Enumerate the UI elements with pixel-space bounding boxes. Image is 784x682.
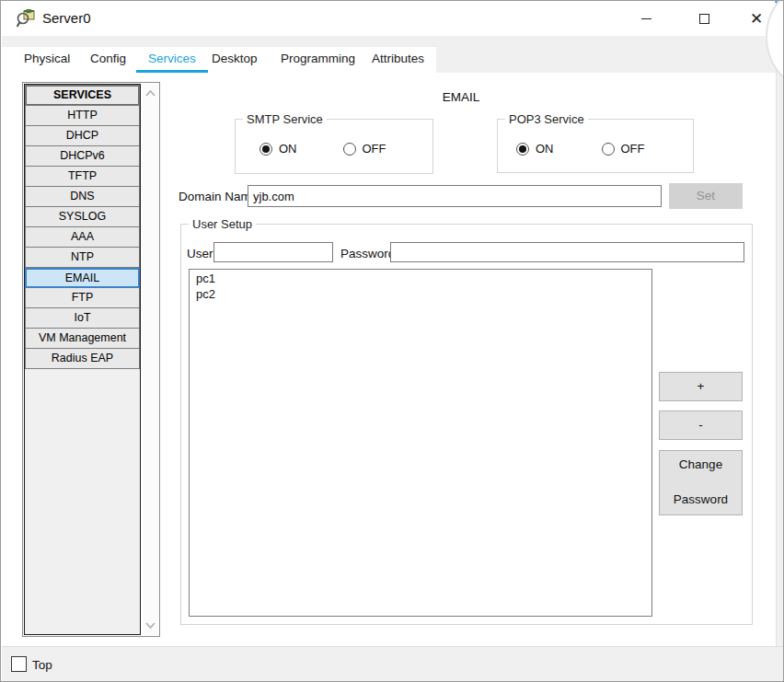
page-title: EMAIL [231,90,691,104]
window-title: Server0 [42,1,91,36]
tab-attributes[interactable]: Attributes [372,47,424,73]
tab-programming[interactable]: Programming [281,47,355,73]
sidebar-item-dhcp[interactable]: DHCP [25,126,140,146]
top-checkbox[interactable] [11,656,27,672]
pop3-service-legend: POP3 Service [505,112,588,126]
sidebar-item-tftp[interactable]: TFTP [25,167,140,187]
user-list-item[interactable]: pc1 [196,272,645,287]
right-margin-strip [776,47,784,682]
set-button[interactable]: Set [669,183,743,209]
sidebar-item-iot[interactable]: IoT [25,308,140,329]
tab-desktop[interactable]: Desktop [212,47,258,73]
remove-user-button[interactable]: - [659,410,743,440]
top-checkbox-label: Top [32,647,52,682]
sidebar-item-email[interactable]: EMAIL [25,268,140,288]
user-setup-group: User Setup User Password pc1 pc2 + - Cha… [180,224,753,625]
pop3-service-group: POP3 Service ON OFF [497,119,694,173]
smtp-service-group: SMTP Service ON OFF [235,119,433,174]
smtp-service-legend: SMTP Service [243,112,327,126]
radio-icon [259,143,272,156]
footer-bar: Top [2,646,784,682]
sidebar-item-aaa[interactable]: AAA [25,227,140,248]
sidebar-item-http[interactable]: HTTP [25,106,140,126]
radio-icon [602,143,615,156]
smtp-on-radio[interactable]: ON [259,142,297,156]
tab-services[interactable]: Services [136,47,208,73]
chevron-up-icon[interactable] [143,86,158,101]
sidebar-item-syslog[interactable]: SYSLOG [25,207,140,227]
user-list: pc1 pc2 [189,269,652,617]
add-user-button[interactable]: + [659,372,743,401]
domain-name-input[interactable] [248,185,662,207]
change-password-line1: Change [660,457,742,471]
change-password-line2: Password [660,492,742,506]
pop3-on-radio[interactable]: ON [516,142,554,156]
pop3-off-radio[interactable]: OFF [602,142,645,156]
packet-tracer-device-icon [17,9,36,29]
tab-physical[interactable]: Physical [24,47,70,73]
tab-bar: Physical Config Services Desktop Program… [2,47,784,73]
sidebar-item-radius-eap[interactable]: Radius EAP [25,349,140,369]
minimize-icon[interactable] [630,1,662,36]
user-list-item[interactable]: pc2 [196,287,645,303]
change-password-button[interactable]: Change Password [659,450,743,515]
sidebar-item-ntp[interactable]: NTP [25,248,140,268]
password-input[interactable] [390,242,744,262]
maximize-icon[interactable] [688,1,720,36]
sidebar-item-dhcpv6[interactable]: DHCPv6 [25,146,140,167]
user-input[interactable] [213,242,333,262]
radio-icon [343,143,356,156]
radio-icon [516,143,529,156]
services-list: SERVICES HTTP DHCP DHCPv6 TFTP DNS SYSLO… [24,84,141,635]
sidebar-item-ftp[interactable]: FTP [25,288,140,308]
server-window: Server0 ✕ Physical Config Services Deskt… [0,0,784,682]
tab-config[interactable]: Config [90,47,126,73]
chevron-down-icon[interactable] [143,618,158,633]
user-setup-legend: User Setup [189,217,256,231]
titlebar-divider-band [2,36,784,47]
services-sidebar: SERVICES HTTP DHCP DHCPv6 TFTP DNS SYSLO… [22,82,160,637]
smtp-off-radio[interactable]: OFF [343,142,386,156]
services-list-header: SERVICES [25,85,140,106]
sidebar-item-vm-management[interactable]: VM Management [25,329,140,349]
user-label: User [187,247,213,260]
sidebar-item-dns[interactable]: DNS [25,187,140,207]
title-bar: Server0 ✕ [2,1,783,36]
sidebar-scrollbar[interactable] [143,84,158,635]
password-label: Password [340,247,395,260]
